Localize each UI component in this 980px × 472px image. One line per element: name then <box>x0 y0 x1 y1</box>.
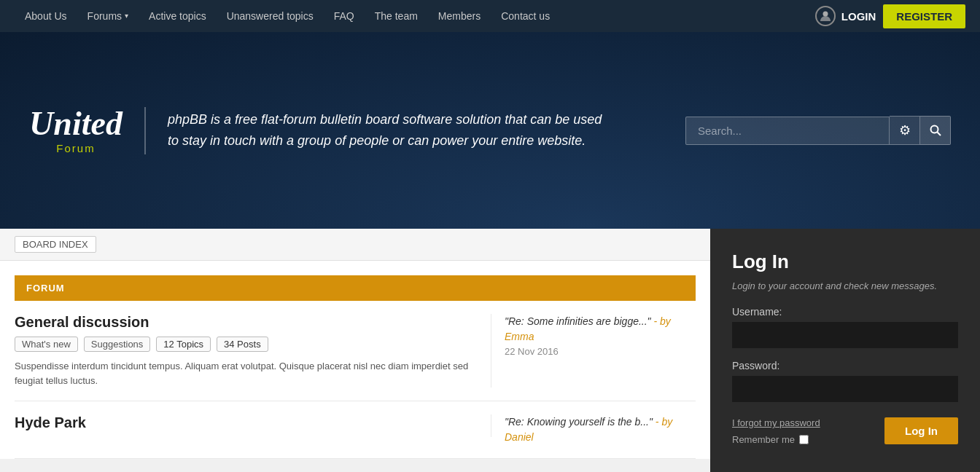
nav-forums-item[interactable]: Forums ▾ <box>77 0 139 32</box>
svg-line-2 <box>937 133 941 136</box>
forum-title-link[interactable]: Hyde Park <box>15 414 479 431</box>
forum-tag[interactable]: What's new <box>15 337 78 352</box>
forum-description: Suspendisse interdum tincidunt tempus. A… <box>15 359 479 388</box>
search-input[interactable] <box>685 117 890 145</box>
nav-contact[interactable]: Contact us <box>491 0 560 32</box>
main-content: BOARD INDEX FORUM General discussion Wha… <box>0 229 710 459</box>
forum-item-info: General discussion What's new Suggestion… <box>15 314 491 388</box>
hero-tagline: phpBB is a free flat-forum bulletin boar… <box>168 109 605 152</box>
nav-links: About Us Forums ▾ Active topics Unanswer… <box>15 0 560 32</box>
forum-last-post: "Re: Some infinities are bigge..." - by … <box>491 314 696 357</box>
forgot-password-link[interactable]: I forgot my password <box>732 417 820 428</box>
nav-active-topics[interactable]: Active topics <box>139 0 217 32</box>
password-input[interactable] <box>732 376 958 402</box>
forum-posts-count: 34 Posts <box>217 337 268 352</box>
nav-members[interactable]: Members <box>428 0 491 32</box>
nav-auth: LOGIN REGISTER <box>815 4 965 28</box>
nav-about[interactable]: About Us <box>15 0 77 32</box>
user-icon <box>815 6 836 26</box>
password-label: Password: <box>732 360 958 371</box>
forum-tags: What's new Suggestions 12 Topics 34 Post… <box>15 337 479 352</box>
register-link[interactable]: REGISTER <box>883 4 965 28</box>
board-index-link[interactable]: BOARD INDEX <box>15 236 96 253</box>
nav-the-team[interactable]: The team <box>365 0 428 32</box>
forum-section-header: FORUM <box>15 275 696 301</box>
svg-point-0 <box>822 12 828 17</box>
remember-me-checkbox[interactable] <box>799 435 809 444</box>
forum-topics-count: 12 Topics <box>156 337 211 352</box>
login-link[interactable]: LOGIN <box>815 6 876 26</box>
main-layout: BOARD INDEX FORUM General discussion Wha… <box>0 229 980 472</box>
forum-last-post: "Re: Knowing yourself is the b..." - by … <box>491 414 696 445</box>
last-post-text: "Re: Some infinities are bigge..." - by … <box>505 314 696 345</box>
hero-search-bar: ⚙ <box>685 116 951 145</box>
forum-item-info: Hyde Park <box>15 414 491 437</box>
site-logo: United Forum <box>29 107 146 154</box>
main-nav: About Us Forums ▾ Active topics Unanswer… <box>0 0 980 32</box>
forums-dropdown-icon: ▾ <box>125 0 128 32</box>
hero-section: United Forum phpBB is a free flat-forum … <box>0 32 980 229</box>
last-post-date: 22 Nov 2016 <box>505 346 696 357</box>
forum-list: FORUM General discussion What's new Sugg… <box>0 261 710 459</box>
logo-subtitle: Forum <box>56 142 95 154</box>
username-label: Username: <box>732 306 958 318</box>
forum-item: General discussion What's new Suggestion… <box>15 301 696 401</box>
search-gear-icon[interactable]: ⚙ <box>890 116 920 145</box>
remember-me-row: Remember me <box>732 434 820 445</box>
username-input[interactable] <box>732 322 958 348</box>
svg-point-1 <box>930 126 938 133</box>
login-subtitle: Login to your account and check new mess… <box>732 280 958 291</box>
search-submit-button[interactable] <box>920 116 951 145</box>
forum-tag[interactable]: Suggestions <box>84 337 151 352</box>
nav-faq[interactable]: FAQ <box>324 0 365 32</box>
forum-title-link[interactable]: General discussion <box>15 314 479 331</box>
last-post-text: "Re: Knowing yourself is the b..." - by … <box>505 414 696 445</box>
login-button[interactable]: Log In <box>884 417 958 444</box>
logo-title: United <box>29 107 122 141</box>
nav-unanswered-topics[interactable]: Unanswered topics <box>217 0 324 32</box>
forum-item: Hyde Park "Re: Knowing yourself is the b… <box>15 401 696 459</box>
login-panel: Log In Login to your account and check n… <box>710 229 980 472</box>
login-title: Log In <box>732 251 958 273</box>
breadcrumb: BOARD INDEX <box>0 229 710 261</box>
login-actions: I forgot my password Remember me Log In <box>732 417 958 445</box>
